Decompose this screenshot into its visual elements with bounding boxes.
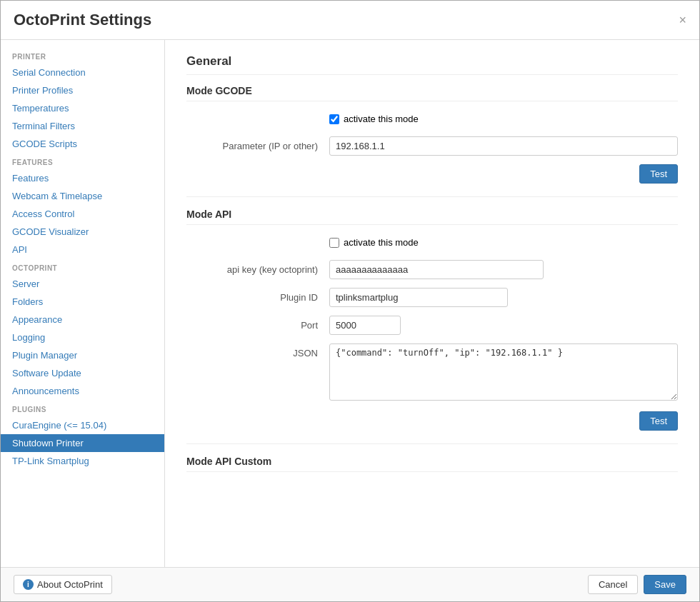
footer-left: i About OctoPrint — [14, 575, 112, 594]
sidebar-section-printer: PRINTER — [1, 47, 164, 64]
about-button[interactable]: i About OctoPrint — [14, 575, 112, 594]
sidebar-item-appearance[interactable]: Appearance — [1, 311, 164, 328]
port-wrap — [329, 316, 678, 335]
dialog-header: OctoPrint Settings × — [1, 1, 699, 40]
gcode-activate-label-spacer — [186, 110, 329, 114]
sidebar-item-webcam-timelapse[interactable]: Webcam & Timelapse — [1, 187, 164, 205]
save-button[interactable]: Save — [644, 575, 686, 594]
sidebar-item-server[interactable]: Server — [1, 275, 164, 293]
settings-dialog: OctoPrint Settings × PRINTER Serial Conn… — [0, 0, 700, 602]
dialog-body: PRINTER Serial Connection Printer Profil… — [1, 40, 699, 567]
api-activate-checkbox-label[interactable]: activate this mode — [329, 234, 678, 251]
api-activate-text: activate this mode — [344, 237, 419, 248]
mode-api-title: Mode API — [186, 209, 678, 225]
sidebar-section-features: FEATURES — [1, 153, 164, 169]
sidebar-item-temperatures[interactable]: Temperatures — [1, 99, 164, 117]
sidebar-item-api[interactable]: API — [1, 241, 164, 259]
info-icon: i — [23, 579, 34, 590]
gcode-test-button[interactable]: Test — [639, 164, 678, 184]
api-activate-row: activate this mode — [186, 234, 678, 251]
gcode-activate-checkbox-label[interactable]: activate this mode — [329, 110, 678, 128]
gcode-param-label: Parameter (IP or other) — [186, 136, 329, 151]
gcode-activate-checkbox[interactable] — [329, 114, 339, 124]
plugin-id-input[interactable] — [329, 288, 508, 307]
mode-api-custom-title: Mode API Custom — [186, 456, 678, 472]
json-wrap: {"command": "turnOff", "ip": "192.168.1.… — [329, 343, 678, 403]
sidebar-item-printer-profiles[interactable]: Printer Profiles — [1, 81, 164, 99]
sidebar-item-access-control[interactable]: Access Control — [1, 205, 164, 223]
sidebar-item-tp-link-smartplug[interactable]: TP-Link Smartplug — [1, 452, 164, 470]
mode-api-section: Mode API activate this mode api key (key… — [186, 209, 678, 431]
dialog-footer: i About OctoPrint Cancel Save — [1, 567, 699, 601]
api-key-wrap — [329, 260, 678, 279]
gcode-test-row: Test — [186, 164, 678, 184]
api-key-input[interactable] — [329, 260, 544, 279]
sidebar-item-announcements[interactable]: Announcements — [1, 382, 164, 400]
dialog-title: OctoPrint Settings — [14, 11, 151, 29]
sidebar-item-shutdown-printer[interactable]: Shutdown Printer — [1, 434, 164, 452]
plugin-id-wrap — [329, 288, 678, 307]
port-input[interactable] — [329, 316, 401, 335]
cancel-button[interactable]: Cancel — [588, 575, 638, 594]
mode-api-custom-section: Mode API Custom — [186, 456, 678, 472]
sidebar-item-folders[interactable]: Folders — [1, 293, 164, 311]
plugin-id-row: Plugin ID — [186, 288, 678, 307]
sidebar-item-gcode-scripts[interactable]: GCODE Scripts — [1, 135, 164, 153]
api-key-label: api key (key octoprint) — [186, 260, 329, 275]
json-label: JSON — [186, 343, 329, 358]
sidebar-item-curaengine[interactable]: CuraEngine (<= 15.04) — [1, 416, 164, 434]
api-activate-wrap: activate this mode — [329, 234, 678, 251]
close-button[interactable]: × — [679, 14, 686, 26]
plugin-id-label: Plugin ID — [186, 288, 329, 303]
sidebar-item-features[interactable]: Features — [1, 169, 164, 187]
gcode-activate-wrap: activate this mode — [329, 110, 678, 128]
mode-gcode-section: Mode GCODE activate this mode Parameter … — [186, 85, 678, 184]
sidebar-item-terminal-filters[interactable]: Terminal Filters — [1, 117, 164, 135]
json-row: JSON {"command": "turnOff", "ip": "192.1… — [186, 343, 678, 403]
api-key-row: api key (key octoprint) — [186, 260, 678, 279]
main-content: General Mode GCODE activate this mode — [165, 40, 699, 567]
gcode-param-row: Parameter (IP or other) — [186, 136, 678, 156]
section-title: General — [186, 54, 678, 75]
api-test-button[interactable]: Test — [639, 411, 678, 431]
sidebar-item-gcode-visualizer[interactable]: GCODE Visualizer — [1, 223, 164, 241]
gcode-activate-text: activate this mode — [344, 114, 419, 124]
mode-gcode-title: Mode GCODE — [186, 85, 678, 101]
sidebar-item-serial-connection[interactable]: Serial Connection — [1, 64, 164, 81]
sidebar-item-software-update[interactable]: Software Update — [1, 364, 164, 382]
sidebar-item-plugin-manager[interactable]: Plugin Manager — [1, 346, 164, 364]
json-textarea[interactable]: {"command": "turnOff", "ip": "192.168.1.… — [329, 343, 678, 401]
api-activate-checkbox[interactable] — [329, 238, 339, 248]
sidebar-section-octoprint: OCTOPRINT — [1, 259, 164, 275]
api-test-row: Test — [186, 411, 678, 431]
sidebar-item-logging[interactable]: Logging — [1, 328, 164, 346]
footer-right: Cancel Save — [588, 575, 686, 594]
api-activate-label-spacer — [186, 234, 329, 238]
sidebar-section-plugins: PLUGINS — [1, 400, 164, 416]
about-label: About OctoPrint — [37, 579, 103, 590]
gcode-param-wrap — [329, 136, 678, 156]
port-row: Port — [186, 316, 678, 335]
gcode-param-input[interactable] — [329, 136, 678, 156]
port-label: Port — [186, 316, 329, 331]
content-scroll: General Mode GCODE activate this mode — [165, 40, 699, 567]
sidebar: PRINTER Serial Connection Printer Profil… — [1, 40, 165, 567]
gcode-activate-row: activate this mode — [186, 110, 678, 128]
